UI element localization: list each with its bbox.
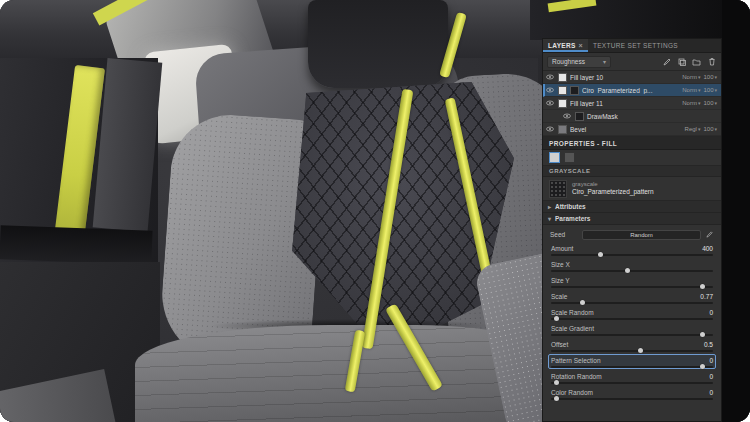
resource-type: grayscale <box>572 180 654 188</box>
close-icon[interactable]: × <box>579 42 583 49</box>
parameter-label: Amount <box>551 245 573 252</box>
parameters-section[interactable]: ▾ Parameters <box>543 213 721 225</box>
layer-list: Fill layer 10Norm▾100▾Ciro_Parameterized… <box>543 71 721 137</box>
right-dock: LAYERS × TEXTURE SET SETTINGS Roughness … <box>542 38 722 422</box>
parameter-list: SeedRandomAmount400Size XSize YScale0.77… <box>543 225 721 421</box>
chevron-down-icon: ▾ <box>603 58 606 65</box>
parameter-value[interactable]: 0 <box>709 389 713 396</box>
tab-texture-set-settings[interactable]: TEXTURE SET SETTINGS <box>588 39 683 52</box>
slider-scale-random[interactable] <box>551 316 713 322</box>
slider-track <box>551 318 713 320</box>
parameter-label: Offset <box>551 341 568 348</box>
visibility-eye-icon[interactable] <box>563 113 572 119</box>
slider-offset[interactable] <box>551 348 713 354</box>
layer-row[interactable]: Fill layer 11Norm▾100▾ <box>543 97 721 110</box>
layer-thumbnail[interactable] <box>558 125 567 134</box>
slider-rotation-random[interactable] <box>551 380 713 386</box>
parameter-value[interactable]: 0 <box>709 373 713 380</box>
slider-knob[interactable] <box>580 300 585 305</box>
slider-knob[interactable] <box>625 268 630 273</box>
slider-size-y[interactable] <box>551 284 713 290</box>
slider-scale[interactable] <box>551 300 713 306</box>
pen-icon[interactable] <box>661 56 672 67</box>
slider-track <box>551 254 713 256</box>
tab-layers[interactable]: LAYERS × <box>543 39 588 52</box>
layer-thumbnail[interactable] <box>575 112 584 121</box>
slider-knob[interactable] <box>554 396 559 401</box>
layer-name: Fill layer 11 <box>570 100 679 107</box>
layer-thumbnail[interactable] <box>558 86 567 95</box>
channel-label: Roughness <box>552 58 585 65</box>
scene-right-edge <box>722 0 750 422</box>
tab-tss-label: TEXTURE SET SETTINGS <box>593 42 678 49</box>
slider-knob[interactable] <box>700 332 705 337</box>
layers-icon[interactable] <box>676 56 687 67</box>
layer-row[interactable]: Fill layer 10Norm▾100▾ <box>543 71 721 84</box>
folder-icon[interactable] <box>691 56 702 67</box>
resource-thumbnail[interactable] <box>549 180 567 198</box>
parameter-row-scale: Scale0.77 <box>548 290 716 305</box>
opacity-value[interactable]: 100▾ <box>703 126 717 132</box>
door-armrest <box>0 225 153 264</box>
parameter-row-size-y: Size Y <box>548 274 716 289</box>
parameter-value[interactable]: 0 <box>709 357 713 364</box>
layers-toolbar: Roughness ▾ <box>543 53 721 71</box>
attributes-label: Attributes <box>555 203 586 210</box>
layer-thumbnail[interactable] <box>558 99 567 108</box>
slider-knob[interactable] <box>700 284 705 289</box>
visibility-eye-icon[interactable] <box>546 126 555 132</box>
slider-knob[interactable] <box>598 252 603 257</box>
slider-knob[interactable] <box>554 316 559 321</box>
slider-amount[interactable] <box>551 252 713 258</box>
opacity-value[interactable]: 100▾ <box>703 87 717 93</box>
slider-track <box>551 350 713 352</box>
attributes-section[interactable]: ▸ Attributes <box>543 201 721 213</box>
slider-pattern-selection[interactable] <box>551 364 713 370</box>
slider-color-random[interactable] <box>551 396 713 402</box>
parameter-label: Scale <box>551 293 567 300</box>
visibility-eye-icon[interactable] <box>546 87 555 93</box>
properties-header: PROPERTIES - FILL <box>543 137 721 150</box>
slider-track <box>551 382 713 384</box>
parameter-value[interactable]: 0 <box>709 309 713 316</box>
fill-channel-thumbs <box>543 150 721 166</box>
blend-mode-dropdown[interactable]: Regl▾ <box>685 126 701 132</box>
dock-tabbar: LAYERS × TEXTURE SET SETTINGS <box>543 39 721 53</box>
layer-name: Bevel <box>570 126 682 133</box>
seat-headrest <box>308 0 448 88</box>
blend-mode-dropdown[interactable]: Norm▾ <box>682 87 700 93</box>
parameters-label: Parameters <box>555 215 590 222</box>
grayscale-resource[interactable]: grayscale Ciro_Parameterized_pattern <box>543 177 721 201</box>
blend-mode-dropdown[interactable]: Norm▾ <box>682 74 700 80</box>
parameter-value[interactable]: 0.77 <box>700 293 713 300</box>
slider-scale-gradient[interactable] <box>551 332 713 338</box>
trash-icon[interactable] <box>706 56 717 67</box>
fill-thumb-active[interactable] <box>549 152 560 163</box>
random-seed-button[interactable]: Random <box>582 230 701 240</box>
visibility-eye-icon[interactable] <box>546 100 555 106</box>
resource-texts: grayscale Ciro_Parameterized_pattern <box>572 180 654 197</box>
opacity-value[interactable]: 100▾ <box>703 100 717 106</box>
layer-mask-thumbnail[interactable] <box>570 86 579 95</box>
slider-size-x[interactable] <box>551 268 713 274</box>
parameter-value[interactable]: 0.5 <box>704 341 713 348</box>
visibility-eye-icon[interactable] <box>546 74 555 80</box>
layer-row[interactable]: BevelRegl▾100▾ <box>543 123 721 136</box>
layer-row[interactable]: DrawMask <box>543 110 721 123</box>
slider-knob[interactable] <box>700 364 705 369</box>
slider-knob[interactable] <box>638 348 643 353</box>
channel-dropdown[interactable]: Roughness ▾ <box>547 56 611 68</box>
grayscale-header: GRAYSCALE <box>543 166 721 177</box>
layer-tool-icons <box>661 56 717 67</box>
parameter-value[interactable]: 400 <box>702 245 713 252</box>
pencil-icon[interactable] <box>705 230 714 239</box>
parameter-row-color-random: Color Random0 <box>548 386 716 401</box>
layer-thumbnail[interactable] <box>558 73 567 82</box>
blend-mode-dropdown[interactable]: Norm▾ <box>682 100 700 106</box>
slider-knob[interactable] <box>554 380 559 385</box>
slider-track <box>551 334 713 336</box>
layer-row[interactable]: Ciro_Parameterized_p...Norm▾100▾ <box>543 84 721 97</box>
opacity-value[interactable]: 100▾ <box>703 74 717 80</box>
slider-track <box>551 270 713 272</box>
fill-thumb-secondary[interactable] <box>564 152 575 163</box>
